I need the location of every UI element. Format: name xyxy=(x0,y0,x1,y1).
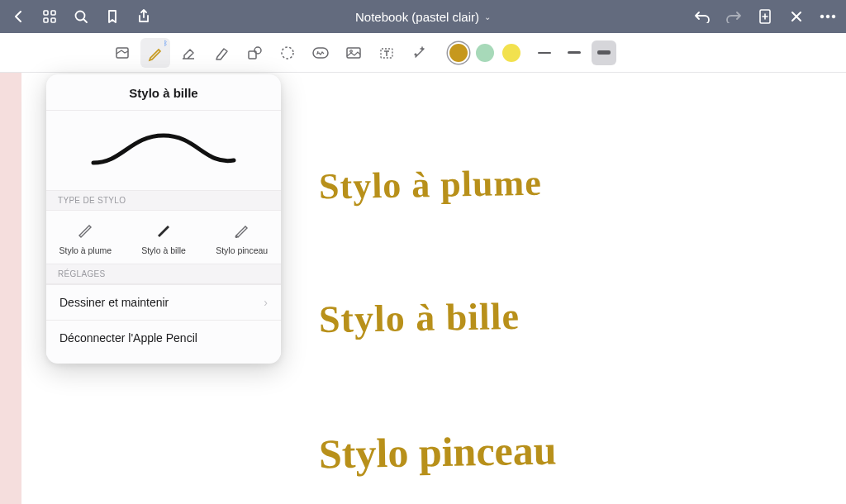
header-right-group xyxy=(694,8,836,25)
view-tool[interactable] xyxy=(107,38,137,68)
back-button[interactable] xyxy=(10,8,26,25)
bookmark-button[interactable] xyxy=(104,8,121,25)
magic-tool[interactable] xyxy=(405,38,435,68)
document-title: Notebook (pastel clair) xyxy=(355,10,479,24)
stroke-group xyxy=(532,40,616,65)
eraser-tool[interactable] xyxy=(173,38,203,68)
chevron-down-icon: ⌄ xyxy=(484,12,491,21)
svg-rect-1 xyxy=(51,11,55,15)
redo-button[interactable] xyxy=(725,8,742,25)
document-title-dropdown[interactable]: Notebook (pastel clair) ⌄ xyxy=(152,10,694,24)
grid-view-button[interactable] xyxy=(41,8,58,25)
svg-rect-2 xyxy=(44,18,48,22)
pen-type-fountain[interactable]: Stylo à plume xyxy=(46,211,125,264)
pen-tool[interactable]: ᛒ xyxy=(140,38,170,68)
pen-type-label: Stylo pinceau xyxy=(216,245,268,255)
sticker-tool[interactable] xyxy=(306,38,335,68)
svg-point-6 xyxy=(820,15,824,18)
stroke-thick[interactable] xyxy=(592,40,616,65)
svg-point-7 xyxy=(826,15,829,18)
pen-type-row: Stylo à plume Stylo à bille Stylo pincea… xyxy=(46,211,281,264)
toolbar: ᛒ xyxy=(0,33,846,73)
color-swatch-2[interactable] xyxy=(476,44,494,62)
close-button[interactable] xyxy=(788,8,805,25)
stroke-preview xyxy=(46,111,281,190)
settings-list: Dessiner et maintenir › Déconnecter l'Ap… xyxy=(46,284,281,355)
handwriting-sample-3: Stylo pinceau xyxy=(319,426,558,478)
pen-type-label: Stylo à bille xyxy=(141,245,186,255)
stroke-thin[interactable] xyxy=(532,40,557,65)
text-tool[interactable] xyxy=(372,38,402,68)
svg-rect-0 xyxy=(44,11,48,15)
share-button[interactable] xyxy=(135,8,152,25)
highlighter-tool[interactable] xyxy=(207,38,236,68)
lasso-tool[interactable] xyxy=(273,38,302,68)
section-pen-type-label: TYPE DE STYLO xyxy=(46,190,281,211)
color-group xyxy=(449,44,520,62)
svg-point-11 xyxy=(254,47,261,54)
svg-rect-13 xyxy=(313,48,328,58)
popover-title: Stylo à bille xyxy=(46,74,281,111)
pen-type-brush[interactable]: Stylo pinceau xyxy=(202,211,281,264)
svg-point-8 xyxy=(832,15,835,18)
section-settings-label: RÉGLAGES xyxy=(46,264,281,284)
svg-point-15 xyxy=(350,50,353,52)
stroke-medium[interactable] xyxy=(562,40,587,65)
more-button[interactable] xyxy=(820,8,836,25)
bluetooth-icon: ᛒ xyxy=(164,40,168,47)
handwriting-sample-2: Stylo à bille xyxy=(319,294,520,341)
pen-type-ballpoint[interactable]: Stylo à bille xyxy=(125,211,203,264)
chevron-right-icon: › xyxy=(264,296,268,309)
pen-type-label: Stylo à plume xyxy=(59,245,112,255)
svg-point-12 xyxy=(282,47,293,59)
setting-disconnect-pencil[interactable]: Déconnecter l'Apple Pencil xyxy=(46,320,281,355)
tool-group: ᛒ xyxy=(107,38,435,68)
add-page-button[interactable] xyxy=(757,8,773,25)
svg-point-4 xyxy=(76,12,85,21)
color-swatch-1[interactable] xyxy=(449,44,468,62)
shapes-tool[interactable] xyxy=(240,38,269,68)
pen-settings-popover: Stylo à bille TYPE DE STYLO Stylo à plum… xyxy=(46,74,281,364)
setting-label: Dessiner et maintenir xyxy=(59,296,169,309)
handwriting-sample-1: Stylo à plume xyxy=(319,162,543,208)
setting-draw-hold[interactable]: Dessiner et maintenir › xyxy=(46,284,281,320)
color-swatch-3[interactable] xyxy=(502,44,520,62)
setting-label: Déconnecter l'Apple Pencil xyxy=(59,331,197,345)
search-button[interactable] xyxy=(73,8,89,25)
app-header: Notebook (pastel clair) ⌄ xyxy=(0,0,846,33)
image-tool[interactable] xyxy=(339,38,368,68)
undo-button[interactable] xyxy=(694,8,711,25)
svg-rect-3 xyxy=(51,18,55,22)
header-left-group xyxy=(10,8,152,25)
page-margin xyxy=(0,73,21,504)
